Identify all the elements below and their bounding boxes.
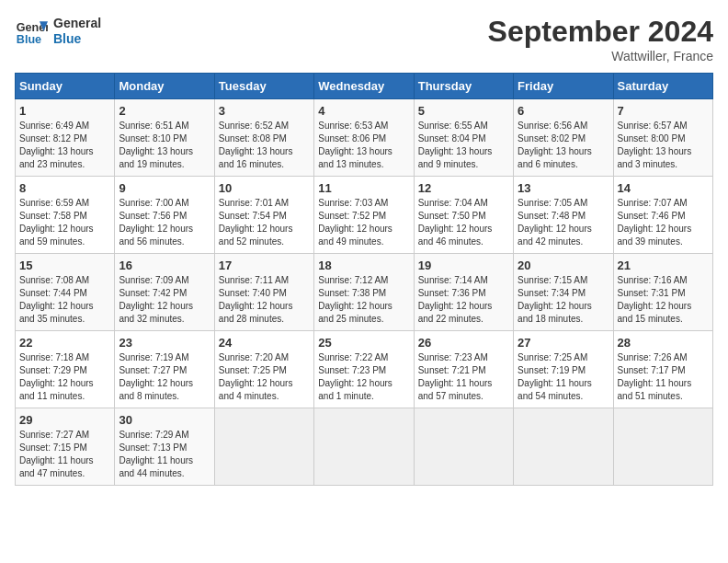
day-number: 28 xyxy=(618,336,709,350)
day-info: Sunrise: 6:59 AM Sunset: 7:58 PM Dayligh… xyxy=(19,197,110,248)
logo-blue: Blue xyxy=(53,31,101,47)
calendar-cell xyxy=(214,408,313,486)
page-header: General Blue General Blue September 2024… xyxy=(15,15,713,63)
calendar-cell: 15 Sunrise: 7:08 AM Sunset: 7:44 PM Dayl… xyxy=(16,254,115,331)
calendar-cell: 9 Sunrise: 7:00 AM Sunset: 7:56 PM Dayli… xyxy=(115,177,214,254)
calendar-cell: 25 Sunrise: 7:22 AM Sunset: 7:23 PM Dayl… xyxy=(314,331,414,408)
header-wednesday: Wednesday xyxy=(314,74,414,99)
calendar-table: Sunday Monday Tuesday Wednesday Thursday… xyxy=(15,73,713,486)
calendar-row-3: 22 Sunrise: 7:18 AM Sunset: 7:29 PM Dayl… xyxy=(16,331,713,408)
day-info: Sunrise: 7:27 AM Sunset: 7:15 PM Dayligh… xyxy=(19,429,110,480)
calendar-cell: 21 Sunrise: 7:16 AM Sunset: 7:31 PM Dayl… xyxy=(613,254,712,331)
day-number: 20 xyxy=(518,259,609,272)
calendar-cell: 18 Sunrise: 7:12 AM Sunset: 7:38 PM Dayl… xyxy=(314,254,414,331)
day-number: 22 xyxy=(19,336,110,350)
calendar-cell: 28 Sunrise: 7:26 AM Sunset: 7:17 PM Dayl… xyxy=(613,331,712,408)
logo: General Blue General Blue xyxy=(15,15,101,48)
header-saturday: Saturday xyxy=(613,74,712,99)
day-number: 24 xyxy=(219,336,310,350)
day-info: Sunrise: 7:20 AM Sunset: 7:25 PM Dayligh… xyxy=(219,351,310,403)
calendar-cell: 4 Sunrise: 6:53 AM Sunset: 8:06 PM Dayli… xyxy=(314,99,414,177)
day-number: 12 xyxy=(418,181,509,195)
day-info: Sunrise: 7:01 AM Sunset: 7:54 PM Dayligh… xyxy=(219,197,310,248)
calendar-cell: 11 Sunrise: 7:03 AM Sunset: 7:52 PM Dayl… xyxy=(314,177,414,254)
location-title: Wattwiller, France xyxy=(488,49,713,63)
calendar-cell: 6 Sunrise: 6:56 AM Sunset: 8:02 PM Dayli… xyxy=(514,99,613,177)
day-number: 8 xyxy=(19,181,110,195)
calendar-cell: 1 Sunrise: 6:49 AM Sunset: 8:12 PM Dayli… xyxy=(16,99,115,177)
calendar-cell: 22 Sunrise: 7:18 AM Sunset: 7:29 PM Dayl… xyxy=(16,331,115,408)
calendar-cell: 8 Sunrise: 6:59 AM Sunset: 7:58 PM Dayli… xyxy=(16,177,115,254)
calendar-row-4: 29 Sunrise: 7:27 AM Sunset: 7:15 PM Dayl… xyxy=(16,408,713,486)
day-info: Sunrise: 7:03 AM Sunset: 7:52 PM Dayligh… xyxy=(318,197,409,248)
calendar-cell: 2 Sunrise: 6:51 AM Sunset: 8:10 PM Dayli… xyxy=(115,99,214,177)
day-number: 29 xyxy=(19,413,110,427)
day-info: Sunrise: 7:29 AM Sunset: 7:13 PM Dayligh… xyxy=(119,429,210,480)
header-thursday: Thursday xyxy=(414,74,513,99)
header-monday: Monday xyxy=(115,74,214,99)
day-number: 25 xyxy=(318,336,409,350)
day-number: 13 xyxy=(518,181,609,195)
day-number: 1 xyxy=(19,104,110,118)
calendar-cell: 3 Sunrise: 6:52 AM Sunset: 8:08 PM Dayli… xyxy=(214,99,313,177)
day-number: 3 xyxy=(219,104,310,118)
day-number: 10 xyxy=(219,181,310,195)
calendar-cell: 24 Sunrise: 7:20 AM Sunset: 7:25 PM Dayl… xyxy=(214,331,313,408)
day-info: Sunrise: 7:04 AM Sunset: 7:50 PM Dayligh… xyxy=(418,197,509,248)
calendar-cell: 16 Sunrise: 7:09 AM Sunset: 7:42 PM Dayl… xyxy=(115,254,214,331)
day-number: 27 xyxy=(518,336,609,350)
day-number: 26 xyxy=(418,336,509,350)
day-info: Sunrise: 7:26 AM Sunset: 7:17 PM Dayligh… xyxy=(618,351,709,403)
calendar-cell: 13 Sunrise: 7:05 AM Sunset: 7:48 PM Dayl… xyxy=(514,177,613,254)
calendar-cell xyxy=(414,408,513,486)
calendar-cell: 7 Sunrise: 6:57 AM Sunset: 8:00 PM Dayli… xyxy=(613,99,712,177)
day-info: Sunrise: 7:09 AM Sunset: 7:42 PM Dayligh… xyxy=(119,274,210,326)
header-tuesday: Tuesday xyxy=(214,74,313,99)
day-info: Sunrise: 6:49 AM Sunset: 8:12 PM Dayligh… xyxy=(19,120,110,171)
calendar-row-2: 15 Sunrise: 7:08 AM Sunset: 7:44 PM Dayl… xyxy=(16,254,713,331)
title-area: September 2024 Wattwiller, France xyxy=(488,15,713,63)
svg-text:Blue: Blue xyxy=(17,33,41,46)
calendar-cell xyxy=(613,408,712,486)
calendar-row-1: 8 Sunrise: 6:59 AM Sunset: 7:58 PM Dayli… xyxy=(16,177,713,254)
day-number: 30 xyxy=(119,413,210,427)
day-number: 21 xyxy=(618,259,709,272)
day-info: Sunrise: 7:00 AM Sunset: 7:56 PM Dayligh… xyxy=(119,197,210,248)
day-info: Sunrise: 6:56 AM Sunset: 8:02 PM Dayligh… xyxy=(518,120,609,171)
day-info: Sunrise: 7:11 AM Sunset: 7:40 PM Dayligh… xyxy=(219,274,310,326)
day-number: 2 xyxy=(119,104,210,118)
calendar-cell: 14 Sunrise: 7:07 AM Sunset: 7:46 PM Dayl… xyxy=(613,177,712,254)
calendar-row-0: 1 Sunrise: 6:49 AM Sunset: 8:12 PM Dayli… xyxy=(16,99,713,177)
day-info: Sunrise: 7:25 AM Sunset: 7:19 PM Dayligh… xyxy=(518,351,609,403)
day-info: Sunrise: 6:51 AM Sunset: 8:10 PM Dayligh… xyxy=(119,120,210,171)
header-friday: Friday xyxy=(514,74,613,99)
day-number: 18 xyxy=(318,259,409,272)
day-info: Sunrise: 6:57 AM Sunset: 8:00 PM Dayligh… xyxy=(618,120,709,171)
calendar-cell: 17 Sunrise: 7:11 AM Sunset: 7:40 PM Dayl… xyxy=(214,254,313,331)
header-sunday: Sunday xyxy=(16,74,115,99)
calendar-cell: 26 Sunrise: 7:23 AM Sunset: 7:21 PM Dayl… xyxy=(414,331,513,408)
calendar-cell: 27 Sunrise: 7:25 AM Sunset: 7:19 PM Dayl… xyxy=(514,331,613,408)
day-number: 9 xyxy=(119,181,210,195)
day-info: Sunrise: 7:05 AM Sunset: 7:48 PM Dayligh… xyxy=(518,197,609,248)
day-number: 17 xyxy=(219,259,310,272)
calendar-cell: 29 Sunrise: 7:27 AM Sunset: 7:15 PM Dayl… xyxy=(16,408,115,486)
day-number: 11 xyxy=(318,181,409,195)
day-info: Sunrise: 7:16 AM Sunset: 7:31 PM Dayligh… xyxy=(618,274,709,326)
day-number: 14 xyxy=(618,181,709,195)
day-info: Sunrise: 7:14 AM Sunset: 7:36 PM Dayligh… xyxy=(418,274,509,326)
calendar-cell: 5 Sunrise: 6:55 AM Sunset: 8:04 PM Dayli… xyxy=(414,99,513,177)
day-info: Sunrise: 7:18 AM Sunset: 7:29 PM Dayligh… xyxy=(19,351,110,403)
weekday-header-row: Sunday Monday Tuesday Wednesday Thursday… xyxy=(16,74,713,99)
logo-general: General xyxy=(53,16,101,31)
month-title: September 2024 xyxy=(488,15,713,49)
day-number: 6 xyxy=(518,104,609,118)
day-number: 19 xyxy=(418,259,509,272)
day-info: Sunrise: 7:22 AM Sunset: 7:23 PM Dayligh… xyxy=(318,351,409,403)
calendar-cell xyxy=(314,408,414,486)
day-info: Sunrise: 6:52 AM Sunset: 8:08 PM Dayligh… xyxy=(219,120,310,171)
day-info: Sunrise: 7:07 AM Sunset: 7:46 PM Dayligh… xyxy=(618,197,709,248)
day-number: 7 xyxy=(618,104,709,118)
day-number: 5 xyxy=(418,104,509,118)
day-info: Sunrise: 7:12 AM Sunset: 7:38 PM Dayligh… xyxy=(318,274,409,326)
